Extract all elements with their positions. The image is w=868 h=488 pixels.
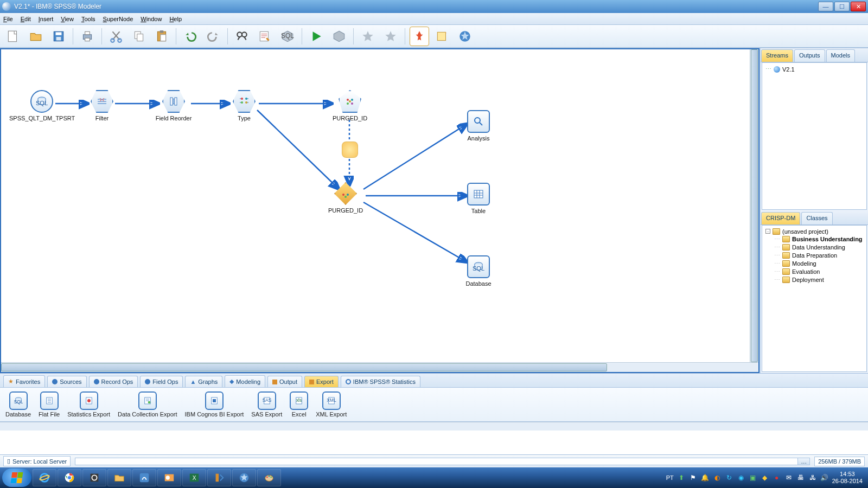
stream-canvas[interactable]: SQL SPSS_QLT_DM_TPSRT Filter Field Reord… [0,48,760,373]
find-button[interactable] [232,27,252,46]
crispdm-phase[interactable]: ⋯Evaluation [774,268,864,276]
minimize-button[interactable]: — [818,2,833,11]
taskbar-app1[interactable] [82,469,106,486]
ptab-recordops[interactable]: Record Ops [89,376,138,387]
crispdm-phase[interactable]: ⋯Deployment [774,276,864,284]
tray-icon[interactable]: 🔔 [701,473,710,482]
menu-help[interactable]: Help [169,16,182,22]
tray-icon[interactable]: ◉ [737,473,745,482]
save-button[interactable] [49,27,68,46]
taskbar-modeler[interactable] [232,469,256,486]
maximize-button[interactable]: ☐ [834,2,850,11]
taskbar-outlook[interactable] [157,469,181,486]
taskbar-explorer[interactable] [107,469,131,486]
taskbar-app2[interactable] [132,469,156,486]
project-root[interactable]: - (unsaved project) [764,228,864,235]
palette-node[interactable]: SQLDatabase [5,391,31,418]
cut-button[interactable] [106,27,126,46]
tray-icon[interactable]: ◆ [761,473,769,482]
run-button[interactable] [307,27,326,46]
palette-node[interactable]: Flat File [39,391,60,418]
palette-node[interactable]: IBM Cognos BI Export [185,391,244,418]
close-button[interactable]: ✕ [851,2,866,11]
palette-scrollbar[interactable] [0,422,868,431]
canvas-vertical-scrollbar[interactable] [750,49,758,362]
crispdm-tree[interactable]: - (unsaved project) ⋯Business Understand… [762,225,867,373]
ptab-export[interactable]: Export [304,376,339,387]
tab-models[interactable]: Models [826,49,855,62]
taskbar-chrome[interactable] [58,469,81,486]
sql-button[interactable]: SQL [278,27,297,46]
node-purged-model-top[interactable]: PURGED_ID [317,90,382,121]
tray-icon[interactable]: ▣ [749,473,757,482]
taskbar-ie[interactable] [33,469,56,486]
pin-button[interactable] [410,27,429,46]
star2-button[interactable] [381,27,400,46]
deploy-button[interactable] [455,27,475,46]
ptab-sources[interactable]: Sources [47,376,86,387]
taskbar-paint[interactable] [257,469,281,486]
menu-insert[interactable]: Insert [39,16,54,22]
ptab-favorites[interactable]: ★Favorites [3,375,45,387]
palette-node[interactable]: Data Collection Export [118,391,177,418]
crispdm-phase[interactable]: ⋯Data Understanding [774,243,864,252]
taskbar-excel[interactable]: X [182,469,206,486]
ptab-graphs[interactable]: ▲Graphs [185,376,222,387]
new-stream-button[interactable] [3,27,23,46]
taskbar-app3[interactable] [207,469,231,486]
ptab-fieldops[interactable]: Field Ops [140,376,183,387]
node-analysis[interactable]: Analysis [446,110,511,142]
stream-item[interactable]: ⋯ V2.1 [764,65,864,73]
ptab-modeling[interactable]: ◆Modeling [225,375,265,387]
tray-icon[interactable]: ↻ [725,473,733,482]
undo-button[interactable] [181,27,200,46]
progress-menu-button[interactable]: … [797,458,809,465]
paste-button[interactable] [152,27,171,46]
tray-lang[interactable]: PT [666,474,674,481]
node-type[interactable]: Type [212,90,277,121]
server-indicator[interactable]: ▯ Server: Local Server [3,456,71,466]
new-annotation-button[interactable] [432,27,452,46]
crispdm-phase[interactable]: ⋯Business Understanding [774,235,864,243]
copy-button[interactable] [129,27,149,46]
print-button[interactable] [78,27,97,46]
tray-volume-icon[interactable]: 🔊 [820,473,829,482]
node-database-export[interactable]: SQL Database [446,255,511,287]
tray-icon[interactable]: ✉ [784,473,793,482]
tab-crispdm[interactable]: CRISP-DM [761,212,800,224]
crispdm-phase[interactable]: ⋯Data Preparation [774,252,864,260]
tray-icon[interactable]: ● [773,473,781,482]
menu-view[interactable]: View [61,16,74,22]
menu-file[interactable]: File [3,16,13,22]
palette-node[interactable]: xlsExcel [290,391,308,418]
tab-classes[interactable]: Classes [801,212,832,224]
palette-node[interactable]: Statistics Export [67,391,110,418]
crispdm-phase[interactable]: ⋯Modeling [774,260,864,268]
streams-list[interactable]: ⋯ V2.1 [762,62,867,210]
collapse-icon[interactable]: - [765,229,770,234]
node-field-reorder[interactable]: Field Reorder [141,90,206,121]
node-table[interactable]: Table [446,183,511,214]
tray-icon[interactable]: ◐ [713,473,722,482]
tray-clock[interactable]: 14:5326-08-2014 [832,471,863,485]
menu-supernode[interactable]: SuperNode [103,16,133,22]
tab-streams[interactable]: Streams [761,49,793,62]
star1-button[interactable] [358,27,378,46]
palette-node[interactable]: <XML>XML Export [316,391,347,418]
start-button[interactable] [2,468,31,487]
node-filter[interactable]: Filter [69,90,135,121]
tray-icon[interactable]: ⚑ [689,473,698,482]
menu-edit[interactable]: Edit [21,16,31,22]
edit-properties-button[interactable] [255,27,275,46]
menu-tools[interactable]: Tools [81,16,95,22]
tray-network-icon[interactable]: 🖧 [808,473,817,482]
ptab-output[interactable]: Output [267,376,302,387]
canvas-surface[interactable]: SQL SPSS_QLT_DM_TPSRT Filter Field Reord… [1,49,758,372]
node-source-sql[interactable]: SQL SPSS_QLT_DM_TPSRT [9,90,74,121]
tab-outputs[interactable]: Outputs [794,49,825,62]
palette-node[interactable]: SASSAS Export [251,391,282,418]
open-button[interactable] [26,27,46,46]
palette-body[interactable]: SQLDatabaseFlat FileStatistics ExportDat… [0,387,868,422]
ptab-statistics[interactable]: IBM® SPSS® Statistics [341,376,420,387]
tray-icon[interactable]: ⬆ [677,473,686,482]
